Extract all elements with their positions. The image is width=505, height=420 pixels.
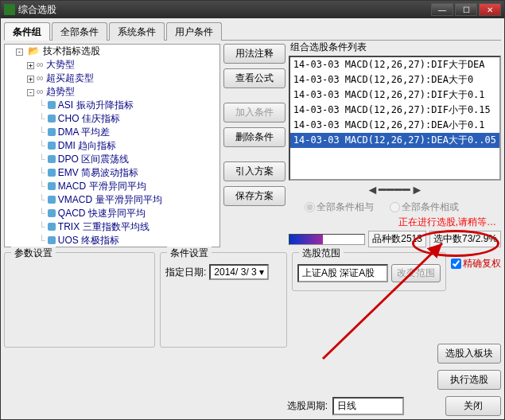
tab-bar: 条件组 全部条件 系统条件 用户条件	[4, 21, 501, 41]
tab-condition-group[interactable]: 条件组	[4, 22, 50, 41]
tab-system[interactable]: 系统条件	[109, 22, 165, 41]
indicator-icon	[48, 101, 56, 109]
title-bar: 综合选股 — ☐ ✕	[1, 1, 504, 18]
usage-button[interactable]: 用法注释	[223, 44, 286, 64]
tree-leaf[interactable]: DMA 平均差	[58, 126, 110, 138]
indicator-icon	[48, 128, 56, 136]
formula-button[interactable]: 查看公式	[223, 68, 286, 88]
period-select[interactable]: 日线	[332, 397, 404, 415]
list-label: 组合选股条件列表	[290, 41, 501, 54]
radio-all-and[interactable]: 全部条件相与	[305, 200, 374, 214]
indicator-icon	[48, 155, 56, 163]
list-item[interactable]: 14-03-03 MACD(12,26,27):DIF大于DEA	[290, 57, 499, 72]
del-cond-button[interactable]: 删除条件	[223, 127, 286, 147]
status-message: 正在进行选股,请稍等…	[293, 216, 496, 229]
close-dialog-button[interactable]: 关闭	[445, 396, 501, 416]
save-button[interactable]: 保存方案	[223, 186, 286, 206]
import-button[interactable]: 引入方案	[223, 161, 286, 181]
legend-cond: 条件设置	[167, 247, 212, 260]
list-item[interactable]: 14-03-03 MACD(12,26,27):DEA大于0	[290, 72, 499, 88]
into-block-button[interactable]: 选股入板块	[437, 344, 501, 364]
minimize-button[interactable]: —	[431, 3, 453, 16]
tree-leaf[interactable]: ASI 振动升降指标	[58, 99, 134, 111]
radio-all-or[interactable]: 全部条件相或	[390, 200, 459, 214]
run-button[interactable]: 执行选股	[437, 370, 501, 390]
list-hscroll[interactable]: ◄━━━━►	[289, 182, 501, 197]
tree-leaf[interactable]: DMI 趋向指标	[58, 140, 116, 151]
tree-root-label: 技术指标选股	[43, 45, 100, 56]
tab-user[interactable]: 用户条件	[166, 22, 222, 41]
tree-leaf[interactable]: DPO 区间震荡线	[58, 154, 129, 165]
list-item[interactable]: 14-03-03 MACD(12,26,27):DEA小于0.1	[290, 118, 499, 133]
indicator-icon	[48, 115, 56, 122]
tree-leaf[interactable]: UOS 终极指标	[58, 235, 119, 246]
hit-count: 选中数73/2.9%	[429, 231, 501, 247]
tree-view[interactable]: - 📂 技术指标选股 +∞大势型+∞超买超卖型-∞趋势型└ ASI 振动升降指标…	[4, 44, 220, 247]
tree-node[interactable]: 趋势型	[46, 86, 75, 97]
list-item[interactable]: 14-03-03 MACD(12,26,27):DEA大于0..05	[290, 133, 499, 148]
date-picker[interactable]: 2014/ 3/ 3 ▾	[209, 264, 269, 280]
tree-leaf[interactable]: TRIX 三重指数平均线	[58, 221, 150, 232]
period-label: 选股周期:	[287, 399, 328, 413]
total-count: 品种数2513	[368, 231, 426, 247]
list-item[interactable]: 14-03-03 MACD(12,26,27):DIF小于0.15	[290, 103, 499, 118]
tree-leaf[interactable]: QACD 快速异同平均	[58, 208, 146, 219]
precise-checkbox[interactable]: 精确复权	[451, 257, 501, 270]
tree-toggle[interactable]: +	[27, 76, 34, 83]
date-label: 指定日期:	[165, 266, 206, 279]
close-button[interactable]: ✕	[479, 3, 501, 16]
change-scope-button[interactable]: 改变范围	[391, 264, 441, 282]
tree-toggle[interactable]: +	[27, 62, 34, 69]
window-title: 综合选股	[18, 3, 56, 17]
app-icon	[4, 4, 15, 15]
condition-list[interactable]: 14-03-03 MACD(12,26,27):DIF大于DEA14-03-03…	[289, 56, 501, 181]
list-item[interactable]: 14-03-03 MACD(12,26,27):DIF大于0.1	[290, 88, 499, 103]
indicator-icon	[48, 196, 56, 204]
tree-leaf[interactable]: EMV 简易波动指标	[58, 167, 138, 178]
indicator-icon	[48, 209, 56, 217]
indicator-icon	[48, 223, 56, 231]
tree-toggle[interactable]: -	[27, 89, 34, 96]
tree-node[interactable]: 超买超卖型	[46, 72, 94, 84]
scope-input[interactable]: 上证A股 深证A股	[297, 264, 388, 282]
tab-all[interactable]: 全部条件	[52, 22, 107, 41]
tree-node[interactable]: 大势型	[46, 59, 75, 70]
tree-leaf[interactable]: MACD 平滑异同平均	[58, 181, 146, 192]
indicator-icon	[48, 142, 56, 150]
tree-leaf[interactable]: CHO 佳庆指标	[58, 113, 120, 124]
progress-bar	[289, 234, 365, 245]
legend-param: 参数设置	[11, 247, 56, 260]
maximize-button[interactable]: ☐	[455, 3, 477, 16]
tree-leaf[interactable]: VMACD 量平滑异同平均	[58, 194, 162, 205]
indicator-icon	[48, 236, 56, 244]
legend-scope: 选股范围	[299, 247, 344, 260]
tree-toggle[interactable]: -	[16, 49, 23, 56]
indicator-icon	[48, 182, 56, 190]
add-cond-button[interactable]: 加入条件	[223, 103, 286, 122]
indicator-icon	[48, 169, 56, 177]
